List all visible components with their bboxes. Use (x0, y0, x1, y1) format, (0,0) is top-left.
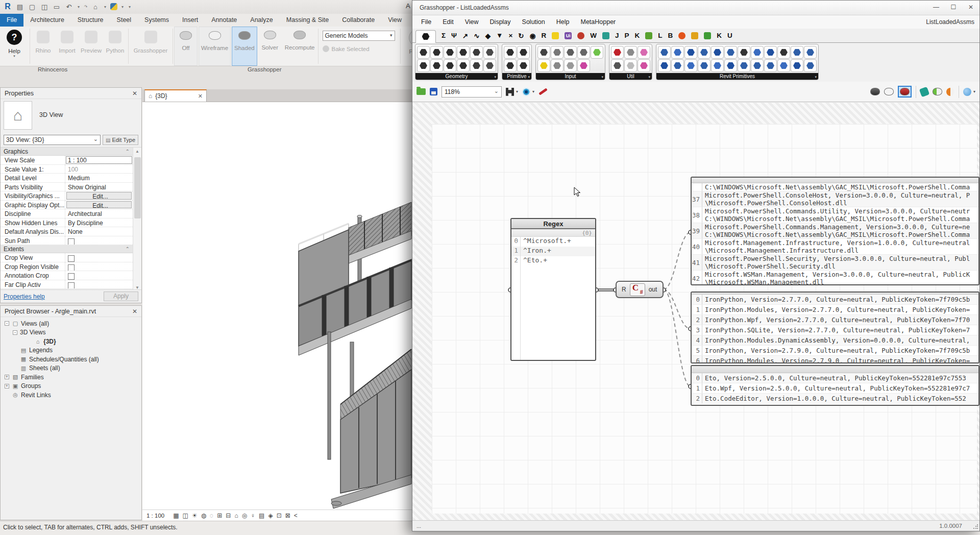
component-icon[interactable] (611, 59, 624, 72)
gh-tab[interactable]: K (717, 32, 722, 39)
component-icon[interactable] (764, 59, 777, 72)
component-icon[interactable] (564, 59, 577, 72)
gh-tab[interactable]: Ψ (451, 32, 457, 39)
close-icon[interactable]: ✕ (132, 308, 137, 315)
menu-item[interactable]: Help (551, 18, 575, 26)
component-icon[interactable] (537, 59, 550, 72)
menu-item[interactable]: File (415, 18, 437, 26)
ribbon-button[interactable]: Preview (79, 27, 103, 66)
component-icon[interactable] (724, 59, 737, 72)
chevron-down-icon[interactable]: ▾ (532, 89, 534, 94)
gh-tab[interactable]: ∿ (474, 32, 479, 40)
component-icon[interactable] (551, 46, 564, 59)
qat-icon[interactable]: ↶ (64, 3, 74, 11)
component-icon[interactable] (444, 46, 456, 59)
csharp-output-out[interactable]: out (649, 286, 657, 293)
tree-item[interactable]: ▥ Sheets (all) (1, 364, 141, 373)
edit-type-button[interactable]: Edit Type (103, 135, 138, 145)
assembly-panel-ironpython[interactable]: 0 IronPython, Version=2.7.7.0, Culture=n… (691, 291, 979, 363)
ribbon-tab[interactable]: Collaborate (335, 14, 381, 27)
ribbon-tab[interactable]: View (381, 14, 408, 27)
component-icon[interactable] (764, 46, 777, 59)
component-icon[interactable] (671, 46, 684, 59)
view-scale-button[interactable]: 1 : 100 (146, 513, 164, 519)
component-icon[interactable] (804, 46, 817, 59)
gh-tab[interactable]: U (727, 32, 732, 39)
assembly-panel-eto[interactable]: 0 Eto, Version=2.5.0.0, Culture=neutral,… (691, 365, 979, 406)
close-icon[interactable]: ✕ (962, 2, 979, 14)
qat-icon[interactable] (110, 3, 117, 10)
properties-help-link[interactable]: Properties help (4, 293, 45, 300)
view-tab-3d[interactable]: ⌂ {3D} ✕ (144, 89, 207, 102)
display-mode-button[interactable]: Wireframe (199, 27, 231, 66)
view-control-icon[interactable]: ◈ (268, 512, 273, 519)
assembly-panel-powershell[interactable]: C:\WINDOWS\Microsoft.Net\assembly\GAC_MS… (691, 177, 979, 285)
qat-icon[interactable]: ▾ (120, 5, 125, 9)
open-icon[interactable] (416, 88, 426, 95)
ribbon-tab[interactable]: Systems (138, 14, 176, 27)
regex-row[interactable]: 2 ^Eto.+ (511, 256, 595, 266)
component-icon[interactable] (791, 46, 803, 59)
view-control-icon[interactable]: ◎ (242, 512, 247, 519)
component-icon[interactable] (564, 46, 577, 59)
component-icon[interactable] (751, 59, 764, 72)
gh-tab[interactable]: L (658, 32, 662, 39)
component-icon[interactable] (577, 46, 590, 59)
qat-icon[interactable]: ▤ (15, 3, 24, 11)
qat-icon[interactable]: ▢ (28, 3, 37, 11)
component-icon[interactable] (430, 46, 443, 59)
gh-tab[interactable]: Ui (565, 32, 572, 39)
display-mode-button[interactable]: Solver (258, 27, 282, 66)
gh-tab[interactable] (552, 32, 559, 39)
component-icon[interactable] (711, 46, 724, 59)
group-label[interactable]: Primitive (502, 73, 531, 80)
grasshopper-button[interactable]: Grasshopper (130, 27, 172, 66)
scroll-thumb[interactable] (134, 157, 141, 218)
tree-item[interactable]: ▦ Schedules/Quantities (all) (1, 355, 141, 364)
component-icon[interactable] (504, 46, 517, 59)
ribbon-button[interactable]: Import (55, 27, 79, 66)
help-button[interactable]: ? Help ▾ (0, 27, 29, 66)
component-icon[interactable] (698, 59, 710, 72)
component-icon[interactable] (611, 46, 624, 59)
component-icon[interactable] (537, 46, 550, 59)
display-mode-button[interactable]: Recompute (283, 27, 317, 66)
component-icon[interactable] (417, 46, 430, 59)
component-icon[interactable] (724, 46, 737, 59)
component-icon[interactable] (470, 59, 483, 72)
component-icon[interactable] (638, 46, 650, 59)
type-selector-dropdown[interactable]: 3D View: {3D} (4, 135, 101, 145)
tree-item[interactable]: ▤ Legends (1, 346, 141, 355)
tree-item[interactable]: ⌂ {3D} (1, 337, 141, 346)
component-icon[interactable] (658, 59, 671, 72)
component-icon[interactable] (517, 46, 530, 59)
status-dots[interactable]: ... (416, 523, 421, 529)
qat-icon[interactable]: ▾ (128, 5, 132, 9)
bake-selected-button[interactable]: Bake Selected (323, 45, 396, 52)
gh-tab[interactable]: ◆ (485, 32, 491, 40)
jack-preview-icon[interactable] (919, 86, 930, 97)
ribbon-tab[interactable]: Massing & Site (280, 14, 335, 27)
gh-tab[interactable] (678, 32, 685, 39)
view-control-icon[interactable]: ▤ (259, 512, 264, 519)
view-control-icon[interactable]: < (294, 512, 298, 519)
view-control-icon[interactable]: ◌ (210, 512, 213, 519)
qat-icon[interactable]: ↷ (84, 5, 88, 9)
preview-wireframe-icon[interactable] (884, 88, 894, 95)
tree-item[interactable]: + ▣ Groups (1, 382, 141, 391)
minimize-icon[interactable]: — (927, 2, 945, 14)
component-icon[interactable] (551, 59, 564, 72)
zoom-dropdown[interactable]: 118% (442, 86, 502, 98)
regex-row[interactable]: 1 ^Iron.+ (511, 247, 595, 256)
ribbon-button[interactable]: Python (103, 27, 127, 66)
group-label[interactable]: Revit Primitives (656, 73, 818, 80)
category-dropdown[interactable]: Generic Models (323, 31, 395, 41)
gh-tab[interactable] (704, 32, 711, 39)
qat-icon[interactable]: ⌂ (91, 3, 100, 11)
component-icon[interactable] (591, 46, 603, 59)
gh-tab[interactable]: W (590, 32, 597, 39)
qat-icon[interactable]: R (3, 2, 12, 11)
tree-expander[interactable]: + (5, 375, 9, 379)
component-icon[interactable] (517, 59, 530, 72)
component-icon[interactable] (738, 59, 750, 72)
